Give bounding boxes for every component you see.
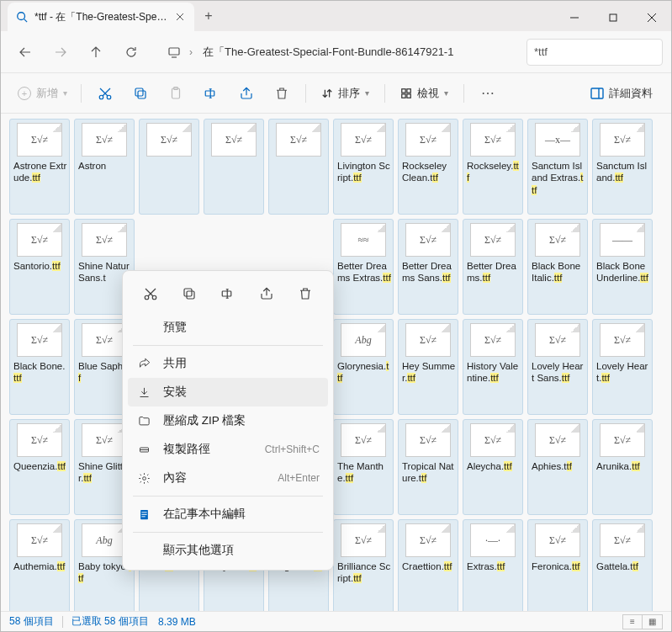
sort-button[interactable]: 排序 ▾ bbox=[313, 78, 378, 109]
file-item[interactable]: —x—Sanctum Island Extras.ttf bbox=[527, 119, 588, 215]
notepad-icon bbox=[136, 508, 151, 521]
file-item[interactable]: Σ√≠Craettion.ttf bbox=[398, 519, 458, 611]
ctx-cut-icon[interactable] bbox=[136, 281, 165, 306]
file-item[interactable]: Σ√≠Lovely Heart Sans.ttf bbox=[527, 319, 588, 415]
file-item[interactable]: Σ√≠Astrone Extrude.ttf bbox=[9, 119, 70, 215]
ctx-copy-icon[interactable] bbox=[175, 281, 204, 306]
file-item[interactable]: Σ√≠Brilliance Script.ttf bbox=[333, 519, 394, 611]
ctx-share-icon[interactable] bbox=[252, 281, 281, 306]
file-item[interactable]: Σ√≠Rockseley Clean.ttf bbox=[398, 119, 458, 215]
back-button[interactable] bbox=[9, 38, 41, 66]
file-item[interactable]: Σ√≠ bbox=[204, 119, 264, 215]
file-thumb: Σ√≠ bbox=[600, 423, 645, 457]
new-tab-button[interactable]: + bbox=[194, 8, 223, 24]
ctx-copy-path[interactable]: 複製路徑Ctrl+Shift+C bbox=[128, 435, 328, 464]
up-button[interactable] bbox=[80, 38, 112, 66]
file-item[interactable]: ≈≈Better Dreams Extras.ttf bbox=[333, 219, 394, 315]
file-name-label: Feronica.ttf bbox=[530, 560, 585, 572]
file-thumb: Σ√≠ bbox=[82, 423, 127, 457]
maximize-button[interactable] bbox=[594, 4, 632, 31]
file-item[interactable]: Σ√≠Livington Script.ttf bbox=[333, 119, 394, 215]
view-grid-button[interactable]: ▦ bbox=[643, 614, 663, 629]
file-thumb: Σ√≠ bbox=[405, 323, 451, 357]
delete-button[interactable] bbox=[265, 78, 299, 109]
file-item[interactable]: Σ√≠The Manthe.ttf bbox=[333, 419, 394, 515]
svg-rect-30 bbox=[187, 291, 194, 299]
file-item[interactable]: Σ√≠Rockseley.ttf bbox=[463, 119, 523, 215]
file-item[interactable]: Σ√≠Authemia.ttf bbox=[9, 519, 70, 611]
refresh-button[interactable] bbox=[115, 38, 147, 66]
file-item[interactable]: Σ√≠Hey Summer.ttf bbox=[398, 319, 458, 415]
file-item[interactable]: Σ√≠Gattela.ttf bbox=[592, 519, 653, 611]
titlebar: *ttf - 在「The-Greatest-Specia + bbox=[1, 1, 671, 31]
copy-button[interactable] bbox=[124, 78, 157, 109]
paste-button[interactable] bbox=[159, 78, 193, 109]
ctx-notepad[interactable]: 在記事本中編輯 bbox=[128, 500, 328, 528]
minimize-button[interactable] bbox=[555, 4, 594, 31]
new-button[interactable]: + 新增 ▾ bbox=[11, 86, 74, 101]
window-tab[interactable]: *ttf - 在「The-Greatest-Specia bbox=[8, 3, 194, 31]
file-item[interactable]: Σ√≠Better Dreams Sans.ttf bbox=[398, 219, 458, 315]
view-button[interactable]: 檢視 ▾ bbox=[392, 78, 457, 109]
svg-rect-21 bbox=[407, 88, 410, 92]
file-name-label: Glorynesia.ttf bbox=[336, 360, 391, 385]
file-item[interactable]: AbgGlorynesia.ttf bbox=[333, 319, 394, 415]
file-thumb: Σ√≠ bbox=[600, 523, 645, 557]
download-icon bbox=[136, 386, 151, 399]
ctx-zip[interactable]: 壓縮成 ZIP 檔案 bbox=[128, 406, 328, 435]
close-window-button[interactable] bbox=[632, 4, 671, 31]
ctx-share[interactable]: 共用 bbox=[128, 349, 328, 378]
file-item[interactable]: Σ√≠Astron bbox=[74, 119, 135, 215]
file-thumb: Σ√≠ bbox=[146, 123, 192, 157]
details-pane-button[interactable]: 詳細資料 bbox=[582, 78, 661, 109]
folder-zip-icon bbox=[136, 415, 151, 428]
file-item[interactable]: Σ√≠Better Dreams.ttf bbox=[463, 219, 523, 315]
file-name-label: Brilliance Script.ttf bbox=[336, 560, 391, 585]
ctx-install[interactable]: 安裝 bbox=[128, 378, 328, 406]
file-item[interactable]: Σ√≠Tropical Nature.ttf bbox=[398, 419, 458, 515]
file-thumb: Σ√≠ bbox=[341, 423, 386, 457]
file-item[interactable]: Σ√≠ bbox=[268, 119, 329, 215]
svg-rect-20 bbox=[402, 88, 405, 92]
status-size: 8.39 MB bbox=[158, 616, 196, 628]
more-button[interactable]: ⋯ bbox=[471, 78, 505, 109]
svg-rect-14 bbox=[138, 91, 146, 98]
forward-button[interactable] bbox=[45, 38, 77, 66]
file-item[interactable]: Σ√≠Lovely Heart.ttf bbox=[592, 319, 653, 415]
file-item[interactable]: Σ√≠Sanctum Island.ttf bbox=[592, 119, 653, 215]
rename-button[interactable] bbox=[194, 78, 228, 109]
location-pc-icon[interactable] bbox=[162, 38, 186, 66]
ctx-delete-icon[interactable] bbox=[291, 281, 320, 306]
file-item[interactable]: Σ√≠Arunika.ttf bbox=[592, 419, 653, 515]
search-input[interactable]: *ttf bbox=[526, 39, 663, 66]
cut-button[interactable] bbox=[88, 78, 122, 109]
view-list-button[interactable]: ≡ bbox=[622, 614, 643, 629]
file-name-label: Extras.ttf bbox=[465, 560, 521, 572]
file-name-label: Astrone Extrude.ttf bbox=[12, 160, 67, 184]
file-name-label: Santorio.ttf bbox=[12, 260, 67, 272]
file-item[interactable]: Σ√≠Aleycha.ttf bbox=[463, 419, 523, 515]
tab-close-button[interactable] bbox=[174, 11, 186, 23]
share-button[interactable] bbox=[230, 78, 263, 109]
file-item[interactable]: Σ√≠Feronica.ttf bbox=[527, 519, 588, 611]
file-item[interactable]: Σ√≠Black Bone Italic.ttf bbox=[527, 219, 588, 315]
file-item[interactable]: Σ√≠ bbox=[139, 119, 199, 215]
file-name-label: Better Dreams Extras.ttf bbox=[336, 260, 391, 284]
ctx-properties[interactable]: 內容Alt+Enter bbox=[128, 464, 328, 492]
file-item[interactable]: Σ√≠Queenzia.ttf bbox=[9, 419, 70, 515]
file-list-area[interactable]: Σ√≠Astrone Extrude.ttfΣ√≠AstronΣ√≠Σ√≠Σ√≠… bbox=[1, 114, 671, 611]
file-item[interactable]: ·—·Extras.ttf bbox=[463, 519, 523, 611]
file-grid: Σ√≠Astrone Extrude.ttfΣ√≠AstronΣ√≠Σ√≠Σ√≠… bbox=[9, 119, 663, 611]
file-item[interactable]: Σ√≠History Valentine.ttf bbox=[463, 319, 523, 415]
file-name-label: Queenzia.ttf bbox=[12, 460, 67, 472]
file-item[interactable]: ——Black Bone Underline.ttf bbox=[592, 219, 653, 315]
ctx-show-more[interactable]: 顯示其他選項 bbox=[128, 536, 328, 565]
ctx-rename-icon[interactable] bbox=[214, 281, 242, 306]
ctx-preview[interactable]: 預覽 bbox=[128, 313, 328, 342]
file-item[interactable]: Σ√≠Santorio.ttf bbox=[9, 219, 70, 315]
file-item[interactable]: Σ√≠Aphies.ttf bbox=[527, 419, 588, 515]
svg-rect-40 bbox=[141, 516, 145, 517]
file-thumb: Σ√≠ bbox=[341, 123, 386, 157]
file-item[interactable]: Σ√≠Black Bone.ttf bbox=[9, 319, 70, 415]
address-bar[interactable]: 在「The-Greatest-Special-Font-Bundle-86147… bbox=[196, 39, 518, 66]
